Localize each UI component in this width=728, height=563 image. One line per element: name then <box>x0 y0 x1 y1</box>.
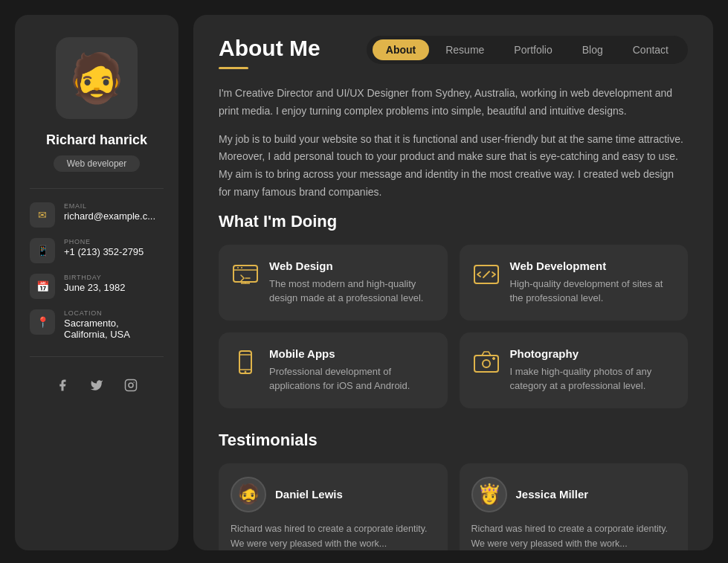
service-web-development: Web Development High-quality development… <box>460 245 689 321</box>
twitter-icon[interactable] <box>85 373 109 397</box>
location-info: 📍 LOCATION Sacramento, California, USA <box>30 309 164 340</box>
phone-icon: 📱 <box>30 238 55 263</box>
jessica-avatar: 👸 <box>471 477 507 512</box>
service-web-design: Web Design The most modern and high-qual… <box>219 245 448 321</box>
birthday-info: 📅 BIRTHDAY June 23, 1982 <box>30 274 164 299</box>
service-photography: Photography I make high-quality photos o… <box>460 332 689 408</box>
photography-desc: I make high-quality photos of any catego… <box>510 364 675 393</box>
sidebar-info: ✉ EMAIL richard@example.c... 📱 PHONE +1 … <box>30 202 164 340</box>
social-links <box>51 373 143 397</box>
web-design-icon <box>232 261 259 293</box>
sidebar: 🧔 Richard hanrick Web developer ✉ EMAIL … <box>15 15 178 550</box>
tab-portfolio[interactable]: Portfolio <box>500 39 565 60</box>
page-wrapper: 🧔 Richard hanrick Web developer ✉ EMAIL … <box>15 15 713 550</box>
daniel-text: Richard was hired to create a corporate … <box>231 521 436 550</box>
daniel-avatar: 🧔 <box>231 477 266 512</box>
about-paragraph-1: I'm Creative Director and UI/UX Designer… <box>219 85 688 120</box>
phone-info: 📱 PHONE +1 (213) 352-2795 <box>30 238 164 263</box>
web-design-desc: The most modern and high-quality design … <box>269 277 434 306</box>
avatar: 🧔 <box>56 37 138 119</box>
phone-value: +1 (213) 352-2795 <box>64 246 144 257</box>
email-icon: ✉ <box>30 202 55 228</box>
email-info: ✉ EMAIL richard@example.c... <box>30 202 164 228</box>
profile-badge: Web developer <box>54 155 141 172</box>
service-mobile-apps: Mobile Apps Professional development of … <box>219 332 448 408</box>
svg-point-17 <box>483 360 490 367</box>
testimonial-jessica: 👸 Jessica Miller Richard was hired to cr… <box>460 463 689 550</box>
svg-rect-3 <box>233 266 257 282</box>
location-label: LOCATION <box>64 309 164 317</box>
web-design-title: Web Design <box>269 260 434 272</box>
tab-contact[interactable]: Contact <box>619 39 682 60</box>
main-content: About Resume Portfolio Blog Contact Abou… <box>193 15 713 550</box>
nav-tabs: About Resume Portfolio Blog Contact <box>367 36 688 64</box>
sidebar-divider <box>30 188 164 189</box>
location-value: Sacramento, California, USA <box>64 318 164 340</box>
email-label: EMAIL <box>64 202 155 210</box>
header-area: About Resume Portfolio Blog Contact Abou… <box>219 36 688 85</box>
email-value: richard@example.c... <box>64 210 155 222</box>
web-dev-icon <box>473 261 500 293</box>
svg-point-15 <box>245 371 246 373</box>
svg-rect-0 <box>126 380 137 391</box>
birthday-label: BIRTHDAY <box>64 274 125 281</box>
testimonials-grid: 🧔 Daniel Lewis Richard was hired to crea… <box>219 463 688 550</box>
services-title: What I'm Doing <box>219 212 688 231</box>
jessica-text: Richard was hired to create a corporate … <box>471 521 677 550</box>
daniel-name: Daniel Lewis <box>275 488 343 501</box>
title-underline <box>219 67 248 69</box>
mobile-desc: Professional development of applications… <box>269 364 434 393</box>
sidebar-divider-2 <box>30 356 164 357</box>
facebook-icon[interactable] <box>51 373 74 397</box>
birthday-value: June 23, 1982 <box>64 282 125 293</box>
web-dev-desc: High-quality development of sites at the… <box>510 277 675 306</box>
tab-resume[interactable]: Resume <box>432 39 497 60</box>
birthday-icon: 📅 <box>30 274 55 299</box>
about-paragraph-2: My job is to build your website so that … <box>219 131 688 202</box>
phone-label: PHONE <box>64 238 144 245</box>
mobile-apps-icon <box>232 349 259 381</box>
svg-point-1 <box>129 383 133 387</box>
tab-blog[interactable]: Blog <box>569 39 616 60</box>
svg-point-18 <box>492 357 495 359</box>
services-grid: Web Design The most modern and high-qual… <box>219 245 688 408</box>
tab-about[interactable]: About <box>373 39 429 60</box>
photography-icon <box>473 349 500 381</box>
testimonial-daniel: 🧔 Daniel Lewis Richard was hired to crea… <box>219 463 448 550</box>
web-dev-title: Web Development <box>510 260 675 272</box>
mobile-title: Mobile Apps <box>269 347 434 360</box>
location-icon: 📍 <box>30 309 55 335</box>
instagram-icon[interactable] <box>119 373 143 397</box>
svg-point-2 <box>133 382 135 383</box>
jessica-name: Jessica Miller <box>516 488 589 501</box>
testimonials-title: Testimonials <box>219 431 688 450</box>
photography-title: Photography <box>510 347 675 360</box>
svg-line-11 <box>483 271 489 277</box>
profile-name: Richard hanrick <box>46 132 147 148</box>
